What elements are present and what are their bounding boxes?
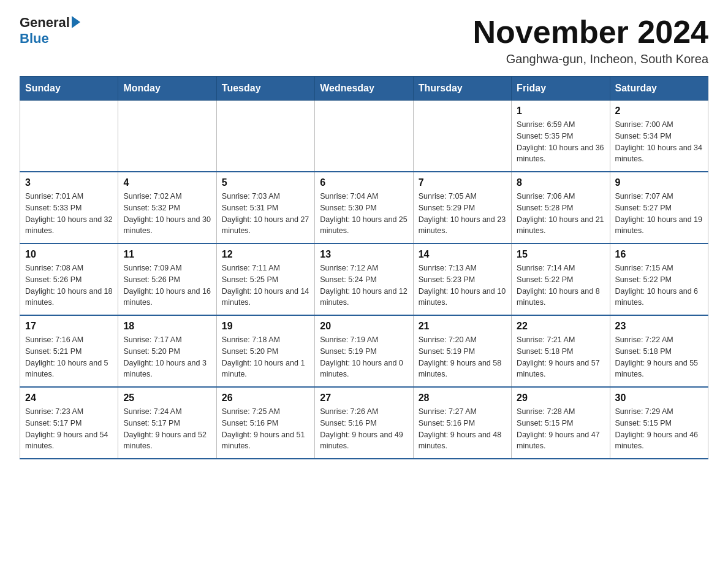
day-number: 22 — [517, 321, 604, 332]
month-title: November 2024 — [473, 15, 708, 50]
calendar-header-row: SundayMondayTuesdayWednesdayThursdayFrid… — [20, 77, 708, 101]
location-text: Ganghwa-gun, Incheon, South Korea — [473, 52, 708, 66]
calendar-cell: 10Sunrise: 7:08 AM Sunset: 5:26 PM Dayli… — [20, 243, 118, 315]
day-info: Sunrise: 7:27 AM Sunset: 5:16 PM Dayligh… — [419, 406, 506, 452]
day-number: 26 — [222, 393, 309, 404]
day-info: Sunrise: 7:20 AM Sunset: 5:19 PM Dayligh… — [419, 334, 506, 380]
calendar-cell: 7Sunrise: 7:05 AM Sunset: 5:29 PM Daylig… — [413, 172, 511, 243]
calendar-cell: 15Sunrise: 7:14 AM Sunset: 5:22 PM Dayli… — [512, 243, 610, 315]
calendar-cell — [315, 101, 413, 172]
calendar-cell: 17Sunrise: 7:16 AM Sunset: 5:21 PM Dayli… — [20, 315, 118, 387]
calendar-cell: 30Sunrise: 7:29 AM Sunset: 5:15 PM Dayli… — [610, 387, 708, 459]
day-info: Sunrise: 7:15 AM Sunset: 5:22 PM Dayligh… — [615, 262, 703, 308]
page-header: General Blue November 2024 Ganghwa-gun, … — [20, 15, 708, 66]
calendar-cell — [413, 101, 511, 172]
day-info: Sunrise: 7:21 AM Sunset: 5:18 PM Dayligh… — [517, 334, 604, 380]
day-info: Sunrise: 7:28 AM Sunset: 5:15 PM Dayligh… — [517, 406, 604, 452]
calendar-cell: 20Sunrise: 7:19 AM Sunset: 5:19 PM Dayli… — [315, 315, 413, 387]
calendar-cell: 12Sunrise: 7:11 AM Sunset: 5:25 PM Dayli… — [216, 243, 314, 315]
calendar-cell: 9Sunrise: 7:07 AM Sunset: 5:27 PM Daylig… — [610, 172, 708, 243]
calendar-cell: 19Sunrise: 7:18 AM Sunset: 5:20 PM Dayli… — [216, 315, 314, 387]
day-number: 17 — [25, 321, 113, 332]
calendar-cell: 3Sunrise: 7:01 AM Sunset: 5:33 PM Daylig… — [20, 172, 118, 243]
calendar-cell: 29Sunrise: 7:28 AM Sunset: 5:15 PM Dayli… — [512, 387, 610, 459]
day-info: Sunrise: 7:19 AM Sunset: 5:19 PM Dayligh… — [320, 334, 408, 380]
weekday-header-sunday: Sunday — [20, 77, 118, 101]
calendar-week-row: 1Sunrise: 6:59 AM Sunset: 5:35 PM Daylig… — [20, 101, 708, 172]
calendar-cell: 2Sunrise: 7:00 AM Sunset: 5:34 PM Daylig… — [610, 101, 708, 172]
logo-blue-text: Blue — [20, 31, 49, 47]
day-info: Sunrise: 7:03 AM Sunset: 5:31 PM Dayligh… — [222, 191, 309, 237]
day-number: 27 — [320, 393, 408, 404]
day-info: Sunrise: 7:14 AM Sunset: 5:22 PM Dayligh… — [517, 262, 604, 308]
day-info: Sunrise: 7:18 AM Sunset: 5:20 PM Dayligh… — [222, 334, 309, 380]
day-number: 4 — [123, 177, 211, 188]
calendar-week-row: 24Sunrise: 7:23 AM Sunset: 5:17 PM Dayli… — [20, 387, 708, 459]
day-number: 2 — [615, 105, 703, 117]
day-number: 11 — [123, 249, 211, 260]
weekday-header-tuesday: Tuesday — [216, 77, 314, 101]
day-number: 25 — [123, 393, 211, 404]
day-number: 18 — [123, 321, 211, 332]
day-number: 21 — [419, 321, 506, 332]
calendar-cell: 21Sunrise: 7:20 AM Sunset: 5:19 PM Dayli… — [413, 315, 511, 387]
day-info: Sunrise: 7:24 AM Sunset: 5:17 PM Dayligh… — [123, 406, 211, 452]
day-number: 29 — [517, 393, 604, 404]
day-number: 14 — [419, 249, 506, 260]
weekday-header-saturday: Saturday — [610, 77, 708, 101]
day-number: 12 — [222, 249, 309, 260]
day-number: 28 — [419, 393, 506, 404]
calendar-cell: 14Sunrise: 7:13 AM Sunset: 5:23 PM Dayli… — [413, 243, 511, 315]
day-info: Sunrise: 7:01 AM Sunset: 5:33 PM Dayligh… — [25, 191, 113, 237]
day-info: Sunrise: 7:06 AM Sunset: 5:28 PM Dayligh… — [517, 191, 604, 237]
day-number: 5 — [222, 177, 309, 188]
calendar-cell: 4Sunrise: 7:02 AM Sunset: 5:32 PM Daylig… — [118, 172, 216, 243]
calendar-cell: 22Sunrise: 7:21 AM Sunset: 5:18 PM Dayli… — [512, 315, 610, 387]
weekday-header-wednesday: Wednesday — [315, 77, 413, 101]
day-info: Sunrise: 7:09 AM Sunset: 5:26 PM Dayligh… — [123, 262, 211, 308]
calendar-table: SundayMondayTuesdayWednesdayThursdayFrid… — [20, 76, 708, 459]
logo-triangle-icon — [72, 16, 80, 28]
day-number: 7 — [419, 177, 506, 188]
day-number: 8 — [517, 177, 604, 188]
day-info: Sunrise: 7:05 AM Sunset: 5:29 PM Dayligh… — [419, 191, 506, 237]
weekday-header-friday: Friday — [512, 77, 610, 101]
calendar-cell: 6Sunrise: 7:04 AM Sunset: 5:30 PM Daylig… — [315, 172, 413, 243]
day-info: Sunrise: 7:26 AM Sunset: 5:16 PM Dayligh… — [320, 406, 408, 452]
day-info: Sunrise: 7:00 AM Sunset: 5:34 PM Dayligh… — [615, 119, 703, 165]
day-number: 20 — [320, 321, 408, 332]
calendar-cell: 24Sunrise: 7:23 AM Sunset: 5:17 PM Dayli… — [20, 387, 118, 459]
calendar-cell: 26Sunrise: 7:25 AM Sunset: 5:16 PM Dayli… — [216, 387, 314, 459]
day-info: Sunrise: 7:04 AM Sunset: 5:30 PM Dayligh… — [320, 191, 408, 237]
day-number: 16 — [615, 249, 703, 260]
calendar-cell: 5Sunrise: 7:03 AM Sunset: 5:31 PM Daylig… — [216, 172, 314, 243]
day-number: 13 — [320, 249, 408, 260]
calendar-cell: 18Sunrise: 7:17 AM Sunset: 5:20 PM Dayli… — [118, 315, 216, 387]
day-number: 15 — [517, 249, 604, 260]
day-info: Sunrise: 7:23 AM Sunset: 5:17 PM Dayligh… — [25, 406, 113, 452]
weekday-header-monday: Monday — [118, 77, 216, 101]
calendar-week-row: 17Sunrise: 7:16 AM Sunset: 5:21 PM Dayli… — [20, 315, 708, 387]
calendar-cell: 11Sunrise: 7:09 AM Sunset: 5:26 PM Dayli… — [118, 243, 216, 315]
day-info: Sunrise: 7:12 AM Sunset: 5:24 PM Dayligh… — [320, 262, 408, 308]
weekday-header-thursday: Thursday — [413, 77, 511, 101]
day-info: Sunrise: 7:25 AM Sunset: 5:16 PM Dayligh… — [222, 406, 309, 452]
day-info: Sunrise: 7:29 AM Sunset: 5:15 PM Dayligh… — [615, 406, 703, 452]
calendar-cell: 13Sunrise: 7:12 AM Sunset: 5:24 PM Dayli… — [315, 243, 413, 315]
day-info: Sunrise: 7:13 AM Sunset: 5:23 PM Dayligh… — [419, 262, 506, 308]
day-number: 10 — [25, 249, 113, 260]
calendar-week-row: 3Sunrise: 7:01 AM Sunset: 5:33 PM Daylig… — [20, 172, 708, 243]
day-number: 3 — [25, 177, 113, 188]
day-info: Sunrise: 7:02 AM Sunset: 5:32 PM Dayligh… — [123, 191, 211, 237]
logo-general-text: General — [20, 15, 70, 31]
calendar-cell: 25Sunrise: 7:24 AM Sunset: 5:17 PM Dayli… — [118, 387, 216, 459]
day-number: 1 — [517, 105, 604, 117]
calendar-cell — [216, 101, 314, 172]
day-info: Sunrise: 7:22 AM Sunset: 5:18 PM Dayligh… — [615, 334, 703, 380]
day-info: Sunrise: 7:11 AM Sunset: 5:25 PM Dayligh… — [222, 262, 309, 308]
day-info: Sunrise: 7:07 AM Sunset: 5:27 PM Dayligh… — [615, 191, 703, 237]
calendar-cell: 8Sunrise: 7:06 AM Sunset: 5:28 PM Daylig… — [512, 172, 610, 243]
day-info: Sunrise: 7:08 AM Sunset: 5:26 PM Dayligh… — [25, 262, 113, 308]
calendar-cell: 1Sunrise: 6:59 AM Sunset: 5:35 PM Daylig… — [512, 101, 610, 172]
calendar-cell: 16Sunrise: 7:15 AM Sunset: 5:22 PM Dayli… — [610, 243, 708, 315]
